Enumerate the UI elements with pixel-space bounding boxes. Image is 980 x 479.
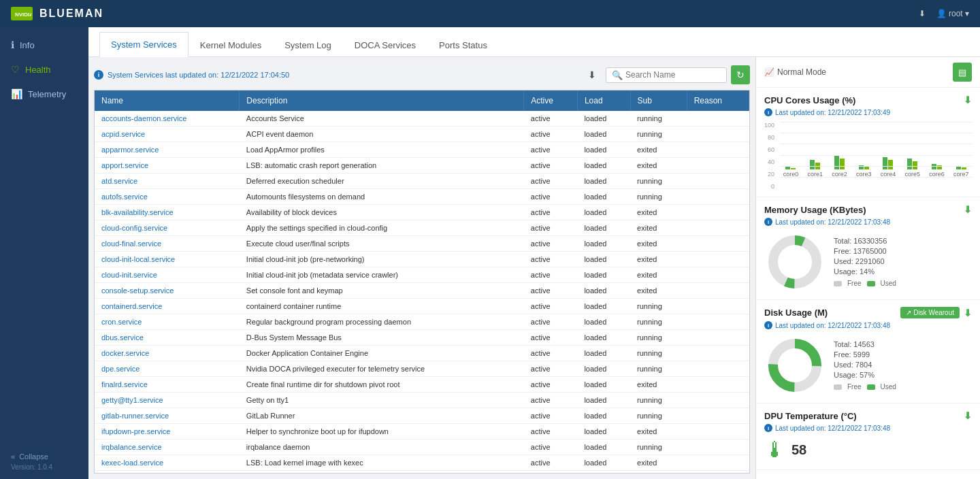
tab-kernel-modules[interactable]: Kernel Modules bbox=[189, 33, 273, 57]
memory-widget-title: Memory Usage (KBytes) ⬇ bbox=[764, 204, 972, 215]
service-load-cell: loaded bbox=[577, 283, 630, 299]
service-name-cell[interactable]: dbus.service bbox=[95, 330, 240, 346]
service-active-cell: active bbox=[524, 361, 578, 377]
table-row: irqbalance.service irqbalance daemon act… bbox=[95, 440, 749, 455]
service-desc-cell: Docker Application Container Engine bbox=[240, 346, 524, 361]
tab-doca-services[interactable]: DOCA Services bbox=[343, 33, 427, 57]
wearout-button[interactable]: ↗ Disk Wearout bbox=[900, 307, 960, 318]
table-row: blk-availability.service Availability of… bbox=[95, 205, 749, 220]
service-name-cell[interactable]: kexec-load.service bbox=[95, 455, 240, 471]
service-name-cell[interactable]: acpid.service bbox=[95, 127, 240, 142]
service-load-cell: loaded bbox=[577, 189, 630, 205]
navbar-right: ⬇ 👤 root ▾ bbox=[919, 9, 969, 18]
service-name-cell[interactable]: gitlab-runner.service bbox=[95, 408, 240, 424]
core-label: core6 bbox=[929, 171, 945, 178]
service-sub-cell: exited bbox=[630, 142, 687, 158]
core-col: core5 bbox=[902, 115, 924, 178]
service-reason-cell bbox=[687, 471, 749, 474]
service-name-cell[interactable]: cloud-config.service bbox=[95, 220, 240, 236]
navbar: NVIDIA BLUEMAN ⬇ 👤 root ▾ bbox=[0, 0, 980, 27]
normal-mode-button[interactable]: 📈 Normal Mode bbox=[764, 67, 826, 77]
table-row: atd.service Deferred execution scheduler… bbox=[95, 174, 749, 189]
download-button[interactable]: ⬇ bbox=[583, 65, 602, 84]
core-bar-2 bbox=[962, 167, 966, 169]
service-name-cell[interactable]: cloud-final.service bbox=[95, 236, 240, 252]
service-desc-cell: D-Bus System Message Bus bbox=[240, 330, 524, 346]
service-name-cell[interactable]: finalrd.service bbox=[95, 377, 240, 393]
app-title: BLUEMAN bbox=[39, 7, 103, 20]
tab-system-log[interactable]: System Log bbox=[273, 33, 343, 57]
core-label: core4 bbox=[881, 171, 896, 178]
service-active-cell: active bbox=[524, 142, 578, 158]
service-sub-cell: running bbox=[630, 393, 687, 408]
table-row: acpid.service ACPI event daemon active l… bbox=[95, 127, 749, 142]
service-name-cell[interactable]: cloud-init-local.service bbox=[95, 252, 240, 267]
disk-download-icon[interactable]: ⬇ bbox=[964, 308, 972, 318]
download-nav-icon[interactable]: ⬇ bbox=[919, 9, 926, 18]
sidebar-item-health[interactable]: ♡ Health bbox=[0, 57, 88, 82]
memory-info-dot: i bbox=[764, 218, 772, 226]
svg-point-2 bbox=[773, 240, 817, 284]
service-desc-cell: Initial cloud-init job (metadata service… bbox=[240, 267, 524, 283]
service-load-cell: loaded bbox=[577, 361, 630, 377]
service-name-cell[interactable]: autofs.service bbox=[95, 189, 240, 205]
memory-legend: Free Used bbox=[834, 280, 896, 287]
temp-widget-title: DPU Temperature (°C) ⬇ bbox=[764, 410, 972, 421]
toolbar-left: i System Services last updated on: 12/21… bbox=[94, 70, 289, 80]
service-name-cell[interactable]: getty@tty1.service bbox=[95, 393, 240, 408]
service-name-cell[interactable]: apport.service bbox=[95, 158, 240, 174]
table-row: gitlab-runner.service GitLab Runner acti… bbox=[95, 408, 749, 424]
toolbar-info-icon: i bbox=[94, 70, 103, 80]
refresh-button[interactable]: ↻ bbox=[731, 65, 750, 84]
tabs-bar: System Services Kernel Modules System Lo… bbox=[88, 27, 980, 57]
service-name-cell[interactable]: containerd.service bbox=[95, 299, 240, 314]
service-name-cell[interactable]: blk-availability.service bbox=[95, 205, 240, 220]
core-bar-2 bbox=[937, 165, 942, 169]
service-name-cell[interactable]: accounts-daemon.service bbox=[95, 111, 240, 127]
service-name-cell[interactable]: atd.service bbox=[95, 174, 240, 189]
core-bar-1 bbox=[907, 159, 912, 169]
cpu-widget-title: CPU Cores Usage (%) ⬇ bbox=[764, 95, 972, 105]
tab-ports-status[interactable]: Ports Status bbox=[427, 33, 499, 57]
temp-download-icon[interactable]: ⬇ bbox=[964, 410, 972, 421]
service-reason-cell bbox=[687, 455, 749, 471]
service-sub-cell: running bbox=[630, 174, 687, 189]
memory-download-icon[interactable]: ⬇ bbox=[964, 204, 972, 215]
tab-system-services[interactable]: System Services bbox=[99, 32, 189, 57]
sidebar-item-label: Health bbox=[25, 65, 51, 75]
service-name-cell[interactable]: irqbalance.service bbox=[95, 440, 240, 455]
cpu-download-icon[interactable]: ⬇ bbox=[964, 95, 972, 105]
service-name-cell[interactable]: ifupdown-pre.service bbox=[95, 424, 240, 440]
table-row: kexec.service LSB: Execute the kexec -e … bbox=[95, 471, 749, 474]
service-name-cell[interactable]: cron.service bbox=[95, 314, 240, 330]
disk-used-dot bbox=[867, 384, 875, 390]
service-load-cell: loaded bbox=[577, 440, 630, 455]
disk-widget-title: Disk Usage (M) ↗ Disk Wearout ⬇ bbox=[764, 307, 972, 318]
service-sub-cell: running bbox=[630, 299, 687, 314]
table-row: cloud-init-local.service Initial cloud-i… bbox=[95, 252, 749, 267]
service-name-cell[interactable]: console-setup.service bbox=[95, 283, 240, 299]
table-header-row: Name Description Active Load Sub Reason bbox=[95, 90, 749, 111]
service-sub-cell: running bbox=[630, 440, 687, 455]
disk-title-right: ↗ Disk Wearout ⬇ bbox=[900, 307, 972, 318]
telemetry-icon: 📊 bbox=[11, 88, 22, 99]
table-row: console-setup.service Set console font a… bbox=[95, 283, 749, 299]
core-col: core7 bbox=[950, 115, 972, 178]
core-col: core6 bbox=[926, 115, 948, 178]
temp-info-dot: i bbox=[764, 424, 772, 432]
search-input[interactable] bbox=[625, 70, 721, 80]
collapse-button[interactable]: « Collapse bbox=[11, 452, 78, 461]
service-desc-cell: LSB: automatic crash report generation bbox=[240, 158, 524, 174]
service-name-cell[interactable]: docker.service bbox=[95, 346, 240, 361]
service-name-cell[interactable]: cloud-init.service bbox=[95, 267, 240, 283]
service-name-cell[interactable]: dpe.service bbox=[95, 361, 240, 377]
service-reason-cell bbox=[687, 158, 749, 174]
sidebar-item-telemetry[interactable]: 📊 Telemetry bbox=[0, 82, 88, 106]
service-reason-cell bbox=[687, 205, 749, 220]
panel-mode-button[interactable]: ▤ bbox=[953, 63, 972, 82]
service-name-cell[interactable]: apparmor.service bbox=[95, 142, 240, 158]
user-icon[interactable]: 👤 root ▾ bbox=[936, 9, 969, 18]
service-active-cell: active bbox=[524, 220, 578, 236]
service-name-cell[interactable]: kexec.service bbox=[95, 471, 240, 474]
sidebar-item-info[interactable]: ℹ Info bbox=[0, 33, 88, 57]
